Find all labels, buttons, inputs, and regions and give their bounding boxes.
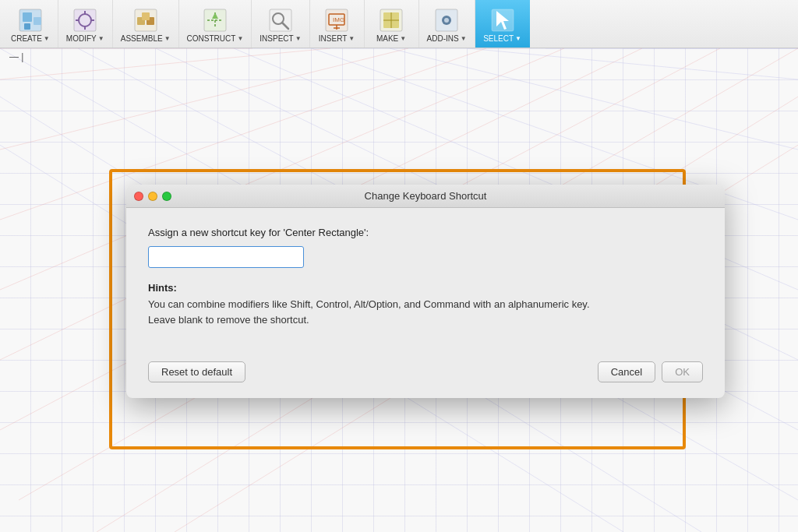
modal-title: Change Keyboard Shortcut [365,190,487,202]
canvas-area: — | Change Keyboard Shortcut Assign a ne… [0,48,798,532]
toolbar-assemble[interactable]: ASSEMBLE ▼ [113,0,179,48]
minimize-button[interactable] [148,192,157,201]
toolbar-select[interactable]: SELECT ▼ [475,0,530,48]
add-ins-icon [433,6,461,34]
hints-title: Hints: [148,282,703,294]
modify-label: MODIFY ▼ [66,34,104,43]
construct-label: CONSTRUCT ▼ [187,34,244,43]
window-controls [134,192,171,201]
insert-label: INSERT ▼ [319,34,355,43]
btn-group-right: Cancel OK [598,361,703,382]
select-icon [489,6,517,34]
assemble-label: ASSEMBLE ▼ [121,34,171,43]
toolbar: CREATE ▼ MODIFY ▼ ASSEMBLE ▼ [0,0,798,48]
close-button[interactable] [134,192,143,201]
reset-to-default-button[interactable]: Reset to default [148,361,245,382]
inspect-icon [267,6,295,34]
toolbar-construct[interactable]: CONSTRUCT ▼ [179,0,252,48]
add-ins-label: ADD-INS ▼ [427,34,467,43]
make-label: MAKE ▼ [376,34,406,43]
toolbar-add-ins[interactable]: ADD-INS ▼ [419,0,475,48]
toolbar-modify[interactable]: MODIFY ▼ [58,0,113,48]
toolbar-inspect[interactable]: INSPECT ▼ [252,0,309,48]
assign-label: Assign a new shortcut key for 'Center Re… [148,227,703,238]
svg-point-32 [444,18,449,23]
construct-icon [201,6,229,34]
cancel-button[interactable]: Cancel [598,361,655,382]
modal-footer: Reset to default Cancel OK [126,361,725,398]
hints-line2: Leave blank to remove the shortcut. [148,312,703,328]
change-shortcut-dialog: Change Keyboard Shortcut Assign a new sh… [126,185,725,398]
svg-rect-2 [34,17,41,25]
breadcrumb: — | [0,48,33,65]
svg-text:IMG: IMG [333,16,344,23]
toolbar-create[interactable]: CREATE ▼ [3,0,58,48]
create-label: CREATE ▼ [11,34,50,43]
shortcut-input[interactable] [148,246,304,268]
modal-titlebar: Change Keyboard Shortcut [126,185,725,208]
svg-rect-3 [24,23,30,30]
svg-rect-1 [23,12,32,22]
select-label: SELECT ▼ [483,34,521,43]
make-icon [377,6,405,34]
hints-line1: You can combine modifiers like Shift, Co… [148,297,703,312]
toolbar-make[interactable]: MAKE ▼ [365,0,419,48]
ok-button[interactable]: OK [662,361,703,382]
modify-icon [71,6,99,34]
maximize-button[interactable] [162,192,171,201]
modal-body: Assign a new shortcut key for 'Center Re… [126,208,725,361]
assemble-icon [132,6,160,34]
toolbar-insert[interactable]: IMG INSERT ▼ [310,0,365,48]
hints-section: Hints: You can combine modifiers like Sh… [148,282,703,327]
inspect-label: INSPECT ▼ [260,34,301,43]
svg-rect-13 [142,12,150,20]
insert-icon: IMG [323,6,351,34]
svg-line-53 [0,48,408,150]
create-icon [16,6,44,34]
